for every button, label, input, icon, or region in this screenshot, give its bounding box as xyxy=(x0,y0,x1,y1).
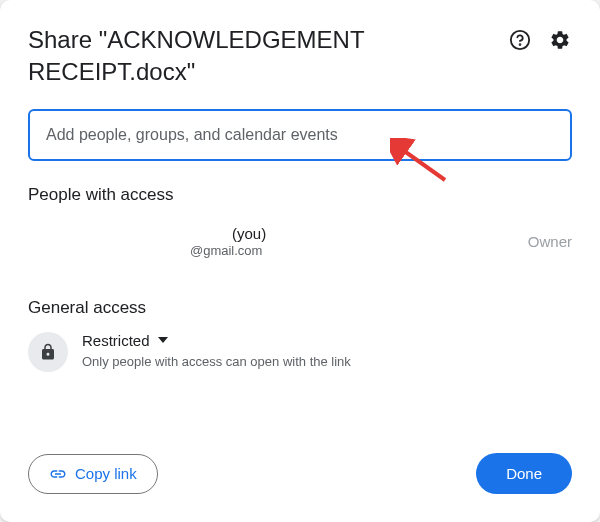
access-row: Restricted Only people with access can o… xyxy=(28,332,572,372)
copy-link-button[interactable]: Copy link xyxy=(28,454,158,494)
svg-point-1 xyxy=(520,44,521,45)
dialog-header: Share "ACKNOWLEDGEMENT RECEIPT.docx" xyxy=(28,24,572,89)
done-button[interactable]: Done xyxy=(476,453,572,494)
help-icon[interactable] xyxy=(508,28,532,52)
people-input-wrapper[interactable] xyxy=(28,109,572,161)
lock-icon xyxy=(28,332,68,372)
general-access-section: General access Restricted Only people wi… xyxy=(28,298,572,372)
access-details: Restricted Only people with access can o… xyxy=(82,332,351,369)
share-dialog: Share "ACKNOWLEDGEMENT RECEIPT.docx" Peo… xyxy=(0,0,600,522)
people-section-title: People with access xyxy=(28,185,572,205)
copy-link-label: Copy link xyxy=(75,465,137,482)
access-label: Restricted xyxy=(82,332,150,349)
add-people-input[interactable] xyxy=(46,126,554,144)
person-info: (you) @gmail.com xyxy=(28,225,266,258)
chevron-down-icon xyxy=(158,337,168,343)
person-role: Owner xyxy=(528,233,572,250)
people-section: People with access (you) @gmail.com Owne… xyxy=(28,185,572,278)
dialog-title: Share "ACKNOWLEDGEMENT RECEIPT.docx" xyxy=(28,24,468,89)
general-section-title: General access xyxy=(28,298,572,318)
header-icons xyxy=(508,24,572,52)
link-icon xyxy=(49,465,67,483)
access-dropdown[interactable]: Restricted xyxy=(82,332,351,349)
access-description: Only people with access can open with th… xyxy=(82,354,351,369)
person-row: (you) @gmail.com Owner xyxy=(28,219,572,278)
person-name: (you) xyxy=(84,225,266,242)
gear-icon[interactable] xyxy=(548,28,572,52)
person-email: @gmail.com xyxy=(84,243,266,258)
dialog-footer: Copy link Done xyxy=(28,453,572,494)
